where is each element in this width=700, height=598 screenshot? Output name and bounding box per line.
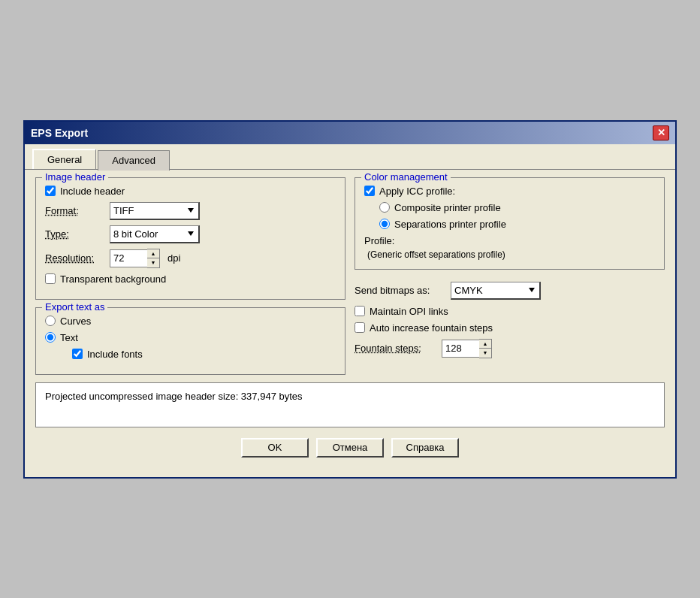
apply-icc-label[interactable]: Apply ICC profile: bbox=[379, 186, 455, 197]
resolution-down-button[interactable]: ▼ bbox=[147, 258, 159, 267]
fountain-steps-spinner: ▲ ▼ bbox=[442, 339, 492, 358]
right-column: Color management Apply ICC profile: Comp… bbox=[355, 177, 665, 375]
text-radio[interactable] bbox=[45, 332, 56, 343]
separations-printer-row: Separations printer profile bbox=[379, 219, 655, 230]
left-column: Image header Include header Format: TIFF… bbox=[35, 177, 345, 375]
tab-advanced[interactable]: Advanced bbox=[98, 150, 170, 171]
window-title: EPS Export bbox=[31, 127, 88, 139]
format-row: Format: TIFF WMF None bbox=[45, 202, 336, 220]
resolution-label: Resolution: bbox=[45, 252, 105, 264]
include-header-checkbox[interactable] bbox=[45, 186, 56, 196]
fountain-steps-down-button[interactable]: ▼ bbox=[479, 349, 491, 358]
status-text: Projected uncompressed image header size… bbox=[45, 391, 303, 402]
include-header-row: Include header bbox=[45, 186, 336, 197]
format-select[interactable]: TIFF WMF None bbox=[110, 202, 200, 220]
include-fonts-checkbox[interactable] bbox=[72, 349, 83, 359]
color-management-group: Color management Apply ICC profile: Comp… bbox=[355, 177, 665, 270]
type-label: Type: bbox=[45, 228, 105, 240]
send-bitmaps-row: Send bitmaps as: CMYK RGB Grayscale bbox=[355, 282, 665, 300]
cancel-button[interactable]: Отмена bbox=[316, 438, 384, 458]
eps-export-dialog: EPS Export ✕ General Advanced Image head… bbox=[23, 120, 677, 479]
fountain-spinner-buttons: ▲ ▼ bbox=[479, 339, 492, 358]
export-text-label: Export text as bbox=[42, 301, 107, 313]
status-bar: Projected uncompressed image header size… bbox=[35, 382, 665, 427]
profile-label-text: Profile: bbox=[364, 235, 655, 246]
curves-radio[interactable] bbox=[45, 316, 56, 326]
resolution-spinner: ▲ ▼ bbox=[110, 249, 160, 268]
dialog-buttons: OK Отмена Справка bbox=[35, 433, 665, 467]
auto-increase-row: Auto increase fountain steps bbox=[355, 322, 665, 334]
send-bitmaps-label: Send bitmaps as: bbox=[355, 285, 445, 296]
color-management-label: Color management bbox=[361, 171, 451, 183]
separations-printer-label[interactable]: Separations printer profile bbox=[394, 219, 506, 230]
separations-printer-radio[interactable] bbox=[379, 219, 390, 229]
maintain-opi-row: Maintain OPI links bbox=[355, 306, 665, 317]
tab-content: Image header Include header Format: TIFF… bbox=[25, 169, 675, 477]
text-radio-row: Text bbox=[45, 332, 336, 343]
auto-increase-checkbox[interactable] bbox=[355, 322, 365, 333]
apply-icc-checkbox[interactable] bbox=[364, 186, 375, 196]
text-radio-label[interactable]: Text bbox=[60, 332, 78, 343]
include-header-text[interactable]: Include header bbox=[60, 186, 125, 197]
composite-printer-radio[interactable] bbox=[379, 202, 390, 213]
auto-increase-label[interactable]: Auto increase fountain steps bbox=[370, 322, 493, 334]
type-select[interactable]: 8 bit Color 1 bit B/W 24 bit Color bbox=[110, 225, 200, 243]
fountain-steps-row: Fountain steps: ▲ ▼ bbox=[355, 339, 665, 358]
image-header-label: Image header bbox=[42, 171, 108, 183]
send-bitmaps-select[interactable]: CMYK RGB Grayscale bbox=[451, 282, 541, 300]
dpi-label: dpi bbox=[167, 252, 180, 264]
export-text-group: Export text as Curves Text Include fonts bbox=[35, 307, 345, 375]
composite-printer-row: Composite printer profile bbox=[379, 202, 655, 213]
fountain-steps-input[interactable] bbox=[442, 340, 479, 358]
resolution-row: Resolution: ▲ ▼ dpi bbox=[45, 249, 336, 268]
resolution-input[interactable] bbox=[110, 249, 147, 267]
curves-radio-row: Curves bbox=[45, 316, 336, 327]
transparent-bg-label[interactable]: Transparent background bbox=[60, 273, 166, 285]
include-fonts-label[interactable]: Include fonts bbox=[87, 349, 143, 360]
tab-general[interactable]: General bbox=[32, 149, 96, 169]
resolution-up-button[interactable]: ▲ bbox=[147, 249, 159, 258]
format-label: Format: bbox=[45, 205, 105, 216]
help-button[interactable]: Справка bbox=[391, 438, 459, 458]
profile-value-text: (Generic offset separations profile) bbox=[364, 249, 655, 260]
apply-icc-row: Apply ICC profile: bbox=[364, 186, 655, 197]
spinner-buttons: ▲ ▼ bbox=[147, 249, 160, 268]
maintain-opi-checkbox[interactable] bbox=[355, 306, 365, 316]
image-header-group: Image header Include header Format: TIFF… bbox=[35, 177, 345, 300]
transparent-bg-row: Transparent background bbox=[45, 273, 336, 285]
close-button[interactable]: ✕ bbox=[653, 125, 669, 140]
main-content: Image header Include header Format: TIFF… bbox=[35, 177, 665, 375]
close-icon: ✕ bbox=[657, 127, 665, 138]
composite-printer-label[interactable]: Composite printer profile bbox=[394, 202, 501, 213]
fountain-steps-up-button[interactable]: ▲ bbox=[479, 340, 491, 349]
include-fonts-row: Include fonts bbox=[72, 349, 336, 360]
bottom-right-controls: Send bitmaps as: CMYK RGB Grayscale Main… bbox=[355, 277, 665, 364]
curves-label[interactable]: Curves bbox=[60, 316, 91, 327]
type-row: Type: 8 bit Color 1 bit B/W 24 bit Color bbox=[45, 225, 336, 243]
tabs-bar: General Advanced bbox=[25, 144, 675, 169]
ok-button[interactable]: OK bbox=[241, 438, 309, 458]
maintain-opi-label[interactable]: Maintain OPI links bbox=[370, 306, 448, 317]
title-bar: EPS Export ✕ bbox=[25, 122, 675, 144]
transparent-bg-checkbox[interactable] bbox=[45, 273, 56, 284]
fountain-steps-label: Fountain steps: bbox=[355, 343, 437, 354]
